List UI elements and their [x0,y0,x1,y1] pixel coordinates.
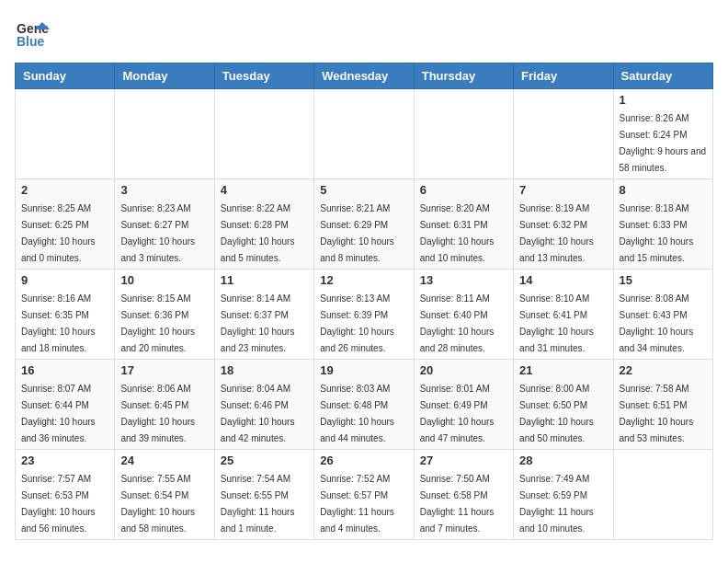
calendar-cell: 23 Sunrise: 7:57 AMSunset: 6:53 PMDaylig… [16,450,115,540]
day-info: Sunrise: 7:54 AMSunset: 6:55 PMDaylight:… [221,474,295,534]
calendar-cell [613,450,712,540]
calendar-cell: 28 Sunrise: 7:49 AMSunset: 6:59 PMDaylig… [514,450,613,540]
day-info: Sunrise: 8:18 AMSunset: 6:33 PMDaylight:… [620,203,694,263]
day-info: Sunrise: 8:08 AMSunset: 6:43 PMDaylight:… [620,293,694,353]
logo: General Blue [15,15,50,53]
week-row-1: 1 Sunrise: 8:26 AMSunset: 6:24 PMDayligh… [16,89,713,179]
calendar-cell: 17 Sunrise: 8:06 AMSunset: 6:45 PMDaylig… [115,360,214,450]
weekday-header-tuesday: Tuesday [214,63,313,89]
day-info: Sunrise: 8:00 AMSunset: 6:50 PMDaylight:… [519,384,594,443]
day-number: 23 [21,454,108,467]
week-row-3: 9 Sunrise: 8:16 AMSunset: 6:35 PMDayligh… [16,270,713,360]
day-number: 2 [21,183,108,197]
calendar-cell: 13 Sunrise: 8:11 AMSunset: 6:40 PMDaylig… [414,270,513,360]
day-number: 6 [420,183,507,197]
calendar-cell: 21 Sunrise: 8:00 AMSunset: 6:50 PMDaylig… [514,360,613,450]
day-number: 5 [320,183,407,197]
svg-text:Blue: Blue [17,34,45,49]
calendar-cell: 10 Sunrise: 8:15 AMSunset: 6:36 PMDaylig… [115,270,214,360]
day-info: Sunrise: 8:25 AMSunset: 6:25 PMDaylight:… [21,203,96,263]
weekday-header-wednesday: Wednesday [314,63,414,89]
calendar-cell: 3 Sunrise: 8:23 AMSunset: 6:27 PMDayligh… [115,179,214,270]
calendar: SundayMondayTuesdayWednesdayThursdayFrid… [15,63,713,540]
day-info: Sunrise: 8:16 AMSunset: 6:35 PMDaylight:… [21,293,96,353]
day-number: 10 [120,273,208,287]
day-info: Sunrise: 8:26 AMSunset: 6:24 PMDaylight:… [620,113,707,173]
calendar-cell: 19 Sunrise: 8:03 AMSunset: 6:48 PMDaylig… [314,360,414,450]
day-info: Sunrise: 8:06 AMSunset: 6:45 PMDaylight:… [120,384,195,443]
calendar-cell: 16 Sunrise: 8:07 AMSunset: 6:44 PMDaylig… [16,360,115,450]
calendar-cell: 1 Sunrise: 8:26 AMSunset: 6:24 PMDayligh… [613,89,712,179]
calendar-cell [414,89,513,179]
day-info: Sunrise: 8:14 AMSunset: 6:37 PMDaylight:… [221,293,295,353]
day-number: 1 [620,93,707,107]
week-row-2: 2 Sunrise: 8:25 AMSunset: 6:25 PMDayligh… [16,179,713,270]
day-number: 13 [420,273,507,287]
day-info: Sunrise: 8:13 AMSunset: 6:39 PMDaylight:… [320,293,394,353]
calendar-cell: 2 Sunrise: 8:25 AMSunset: 6:25 PMDayligh… [16,179,115,270]
calendar-cell: 26 Sunrise: 7:52 AMSunset: 6:57 PMDaylig… [314,450,414,540]
day-info: Sunrise: 7:52 AMSunset: 6:57 PMDaylight:… [320,474,394,534]
day-number: 4 [221,183,308,197]
calendar-cell: 14 Sunrise: 8:10 AMSunset: 6:41 PMDaylig… [514,270,613,360]
calendar-cell: 20 Sunrise: 8:01 AMSunset: 6:49 PMDaylig… [414,360,513,450]
day-number: 26 [320,454,407,467]
day-number: 14 [519,273,607,287]
day-number: 9 [21,273,108,287]
calendar-cell: 12 Sunrise: 8:13 AMSunset: 6:39 PMDaylig… [314,270,414,360]
day-number: 18 [221,363,308,377]
calendar-cell: 25 Sunrise: 7:54 AMSunset: 6:55 PMDaylig… [214,450,313,540]
day-info: Sunrise: 8:20 AMSunset: 6:31 PMDaylight:… [420,203,495,263]
calendar-cell: 5 Sunrise: 8:21 AMSunset: 6:29 PMDayligh… [314,179,414,270]
weekday-header-sunday: Sunday [16,63,115,89]
day-number: 7 [519,183,607,197]
day-info: Sunrise: 7:58 AMSunset: 6:51 PMDaylight:… [620,384,694,443]
day-number: 20 [420,363,507,377]
calendar-cell: 15 Sunrise: 8:08 AMSunset: 6:43 PMDaylig… [613,270,712,360]
day-number: 24 [120,454,208,467]
day-number: 21 [519,363,607,377]
calendar-cell [115,89,214,179]
header: General Blue [15,15,713,53]
weekday-header-thursday: Thursday [414,63,513,89]
day-number: 25 [221,454,308,467]
day-info: Sunrise: 8:01 AMSunset: 6:49 PMDaylight:… [420,384,495,443]
day-number: 22 [620,363,707,377]
day-number: 16 [21,363,108,377]
day-number: 12 [320,273,407,287]
calendar-cell [514,89,613,179]
calendar-cell [16,89,115,179]
day-info: Sunrise: 8:21 AMSunset: 6:29 PMDaylight:… [320,203,394,263]
day-number: 11 [221,273,308,287]
day-number: 19 [320,363,407,377]
calendar-cell [314,89,414,179]
day-info: Sunrise: 8:07 AMSunset: 6:44 PMDaylight:… [21,384,96,443]
calendar-cell: 18 Sunrise: 8:04 AMSunset: 6:46 PMDaylig… [214,360,313,450]
weekday-header-friday: Friday [514,63,613,89]
calendar-cell: 4 Sunrise: 8:22 AMSunset: 6:28 PMDayligh… [214,179,313,270]
day-info: Sunrise: 8:11 AMSunset: 6:40 PMDaylight:… [420,293,495,353]
day-info: Sunrise: 8:22 AMSunset: 6:28 PMDaylight:… [221,203,295,263]
day-info: Sunrise: 7:50 AMSunset: 6:58 PMDaylight:… [420,474,495,534]
week-row-5: 23 Sunrise: 7:57 AMSunset: 6:53 PMDaylig… [16,450,713,540]
calendar-cell: 27 Sunrise: 7:50 AMSunset: 6:58 PMDaylig… [414,450,513,540]
day-info: Sunrise: 8:19 AMSunset: 6:32 PMDaylight:… [519,203,594,263]
weekday-header-monday: Monday [115,63,214,89]
day-info: Sunrise: 8:04 AMSunset: 6:46 PMDaylight:… [221,384,295,443]
day-info: Sunrise: 7:57 AMSunset: 6:53 PMDaylight:… [21,474,96,534]
calendar-cell: 11 Sunrise: 8:14 AMSunset: 6:37 PMDaylig… [214,270,313,360]
weekday-header-row: SundayMondayTuesdayWednesdayThursdayFrid… [16,63,713,89]
day-number: 3 [120,183,208,197]
weekday-header-saturday: Saturday [613,63,712,89]
logo-graphic: General Blue [15,15,50,53]
day-info: Sunrise: 8:15 AMSunset: 6:36 PMDaylight:… [120,293,195,353]
week-row-4: 16 Sunrise: 8:07 AMSunset: 6:44 PMDaylig… [16,360,713,450]
day-info: Sunrise: 7:55 AMSunset: 6:54 PMDaylight:… [120,474,195,534]
day-info: Sunrise: 8:03 AMSunset: 6:48 PMDaylight:… [320,384,394,443]
calendar-cell: 9 Sunrise: 8:16 AMSunset: 6:35 PMDayligh… [16,270,115,360]
day-info: Sunrise: 7:49 AMSunset: 6:59 PMDaylight:… [519,474,594,534]
day-number: 27 [420,454,507,467]
day-number: 28 [519,454,607,467]
calendar-cell: 8 Sunrise: 8:18 AMSunset: 6:33 PMDayligh… [613,179,712,270]
day-number: 8 [620,183,707,197]
